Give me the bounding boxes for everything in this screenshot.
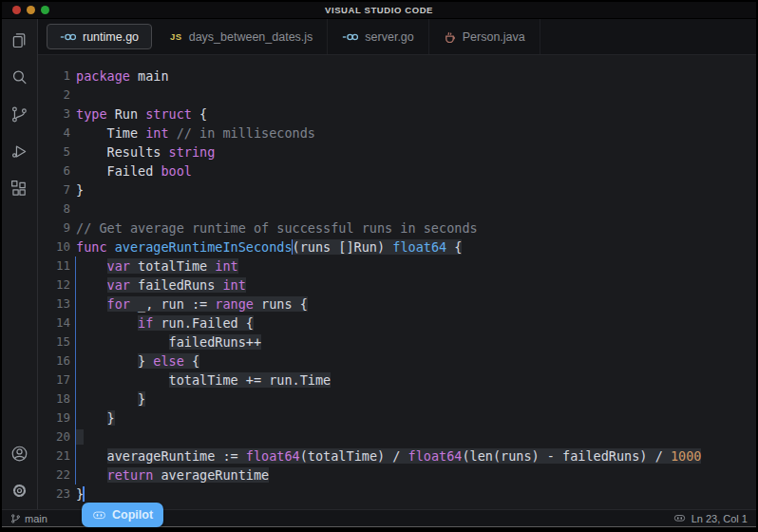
code-token: totalTime xyxy=(130,258,215,274)
tab-runtime-go[interactable]: runtime.go xyxy=(47,24,152,49)
code-line[interactable]: 15 failedRuns++ xyxy=(38,332,756,352)
code-text: } xyxy=(70,180,84,200)
code-line[interactable]: 18 } xyxy=(38,390,756,408)
search-icon[interactable] xyxy=(9,66,31,88)
code-token: var xyxy=(107,258,130,274)
code-token: } xyxy=(138,353,153,369)
code-token: else xyxy=(153,353,184,369)
code-text: for _, run := range runs { xyxy=(70,294,308,314)
code-token: package xyxy=(76,68,130,84)
code-token: failedRuns xyxy=(130,277,223,293)
cursor-position-indicator[interactable]: Ln 23, Col 1 xyxy=(673,512,748,524)
code-area: 1package main23type Run struct {4 Time i… xyxy=(38,55,756,504)
copilot-icon xyxy=(92,508,106,522)
code-line[interactable]: 9// Get average runtime of successful ru… xyxy=(38,218,756,238)
code-token: // Get average runtime of successful run… xyxy=(76,220,478,236)
code-line[interactable]: 3type Run struct { xyxy=(38,104,756,124)
code-line[interactable]: 8 xyxy=(38,200,756,218)
line-number: 19 xyxy=(38,408,70,428)
vscode-window: Visual Studio Code xyxy=(0,0,758,532)
code-text xyxy=(70,428,84,446)
source-control-icon[interactable] xyxy=(9,103,31,125)
code-line[interactable]: 16 } else { xyxy=(38,352,756,370)
code-token: var xyxy=(107,277,130,293)
code-token: runs { xyxy=(254,296,308,312)
code-line[interactable]: 13 for _, run := range runs { xyxy=(38,294,756,314)
code-line[interactable]: 6 Failed bool xyxy=(38,162,756,180)
code-line[interactable]: 11 var totalTime int xyxy=(38,256,756,276)
code-line[interactable]: 19 } xyxy=(38,408,756,428)
explorer-icon[interactable] xyxy=(9,28,31,51)
code-line[interactable]: 5 Results string xyxy=(38,142,756,162)
code-token xyxy=(76,429,84,445)
code-token xyxy=(76,296,107,312)
code-text: package main xyxy=(70,66,169,86)
code-token: float64 xyxy=(246,448,300,464)
code-token: func xyxy=(76,239,107,255)
code-token xyxy=(76,353,138,369)
line-number: 18 xyxy=(38,390,70,408)
code-token: (totalTime) / xyxy=(300,448,408,464)
line-number: 16 xyxy=(38,352,70,370)
code-token: { xyxy=(446,239,462,255)
account-icon[interactable] xyxy=(9,442,31,465)
copilot-button-label: Copilot xyxy=(112,508,153,522)
js-file-icon: JS xyxy=(170,31,182,42)
code-editor[interactable]: 1package main23type Run struct {4 Time i… xyxy=(38,55,756,509)
tab-label: runtime.go xyxy=(83,30,139,44)
line-number: 14 xyxy=(38,314,70,332)
tab-server-go[interactable]: server.go xyxy=(328,19,428,54)
copilot-button[interactable]: Copilot xyxy=(82,503,163,527)
minimize-window-button[interactable] xyxy=(27,6,35,14)
code-line[interactable]: 1package main xyxy=(38,66,756,86)
tab-person-java[interactable]: Person.java xyxy=(429,19,540,54)
code-token: } xyxy=(138,391,145,407)
tab-bar: runtime.go JS days_between_dates.js serv… xyxy=(38,19,756,55)
code-token: struct xyxy=(145,106,192,122)
code-line[interactable]: 12 var failedRuns int xyxy=(38,276,756,294)
code-token: failedRuns++ xyxy=(169,334,262,350)
code-token: type xyxy=(76,106,107,122)
code-token: range xyxy=(215,296,254,312)
zoom-window-button[interactable] xyxy=(41,6,49,14)
code-line[interactable]: 10func averageRuntimeInSeconds(runs []Ru… xyxy=(38,238,756,256)
code-line[interactable]: 21 averageRuntime := float64(totalTime) … xyxy=(38,446,756,466)
branch-indicator[interactable]: main xyxy=(10,513,47,524)
code-line[interactable]: 7} xyxy=(38,180,756,200)
line-number: 2 xyxy=(38,86,70,104)
extensions-icon[interactable] xyxy=(9,177,31,200)
code-token xyxy=(76,467,107,483)
line-number: 12 xyxy=(38,276,70,294)
tab-label: days_between_dates.js xyxy=(189,30,313,44)
code-line[interactable]: 20 xyxy=(38,428,756,446)
code-text: } else { xyxy=(70,352,199,370)
code-text: } xyxy=(70,484,84,504)
line-number: 11 xyxy=(38,256,70,276)
code-text: Results string xyxy=(70,142,215,162)
go-file-icon xyxy=(60,31,76,43)
code-line[interactable]: 4 Time int // in milliseconds xyxy=(38,124,756,142)
code-line[interactable]: 23} xyxy=(38,484,756,504)
code-line[interactable]: 2 xyxy=(38,86,756,104)
code-token: { xyxy=(192,106,207,122)
branch-name: main xyxy=(25,513,47,524)
code-token xyxy=(76,391,138,407)
code-line[interactable]: 22 return averageRuntime xyxy=(38,466,756,484)
code-token: if xyxy=(138,315,153,331)
tab-days-between-dates-js[interactable]: JS days_between_dates.js xyxy=(156,19,328,54)
code-token: for xyxy=(107,296,130,312)
editor-column: runtime.go JS days_between_dates.js serv… xyxy=(38,19,756,509)
line-number: 4 xyxy=(38,124,70,142)
code-text: type Run struct { xyxy=(70,104,207,124)
code-text: var totalTime int xyxy=(70,256,238,276)
line-number: 17 xyxy=(38,370,70,390)
code-token xyxy=(76,258,107,274)
code-text: failedRuns++ xyxy=(70,332,261,352)
code-line[interactable]: 17 totalTime += run.Time xyxy=(38,370,756,390)
run-and-debug-icon[interactable] xyxy=(9,140,31,162)
settings-gear-icon[interactable] xyxy=(9,479,31,502)
close-window-button[interactable] xyxy=(12,6,21,14)
code-token: _, run := xyxy=(130,296,215,312)
code-line[interactable]: 14 if run.Failed { xyxy=(38,314,756,332)
text-cursor xyxy=(83,486,85,502)
